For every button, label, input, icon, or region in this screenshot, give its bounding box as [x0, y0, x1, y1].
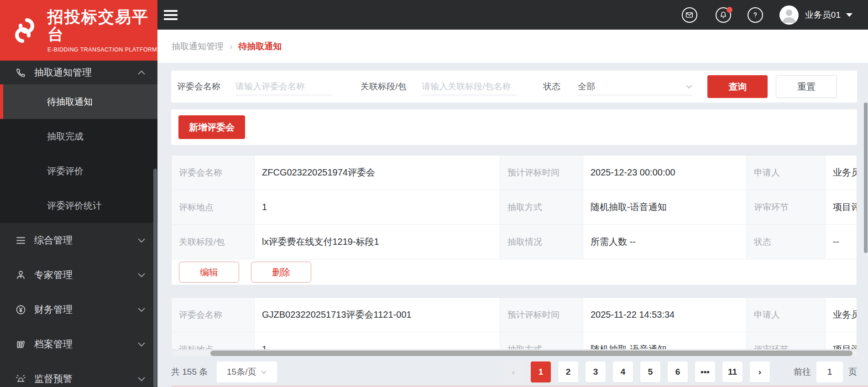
content: 抽取通知管理 › 待抽取通知 评委会名称 关联标段/包 状态 全部 查询 重置	[157, 30, 868, 387]
brand-text: 招投标交易平台 E-BIDDING TRANSACTION PLATFORM	[47, 8, 157, 53]
sidebar-item-label: 综合管理	[34, 234, 73, 247]
field-value: 2025-11-22 14:53:34	[583, 298, 747, 332]
record-row: 评委会名称 ZFCG023220251974评委会 预计评标时间 2025-12…	[172, 155, 857, 190]
topbar: 业务员01	[157, 0, 868, 30]
sidebar-item-pending-extraction[interactable]: 待抽取通知	[0, 84, 157, 119]
sidebar-item-general-mgmt[interactable]: 综合管理	[0, 223, 157, 258]
field-value: 1	[255, 190, 500, 224]
field-value: 项目评审	[826, 332, 857, 350]
status-label: 状态	[543, 81, 560, 93]
hamburger-menu-icon[interactable]	[164, 8, 178, 22]
chevron-down-icon	[137, 273, 146, 278]
sidebar-item-supervision-warning[interactable]: 监督预警	[0, 361, 157, 387]
page-button[interactable]: 3	[586, 361, 606, 382]
record-actions: 编辑 删除	[172, 259, 857, 285]
field-value: --	[826, 225, 857, 259]
search-button[interactable]: 查询	[707, 75, 768, 98]
field-label: 申请人	[747, 298, 826, 332]
breadcrumb-separator: ›	[230, 41, 232, 52]
total-count: 共 155 条	[171, 366, 208, 378]
record-row: 评委会名称 GJZB023220251713评委会1121-001 预计评标时间…	[172, 298, 857, 332]
section-input[interactable]	[422, 78, 517, 95]
goto-page-input[interactable]	[816, 361, 843, 382]
field-value: 随机抽取-语音通知	[583, 190, 747, 224]
filter-panel: 评委会名称 关联标段/包 状态 全部 查询 重置	[171, 71, 857, 103]
field-label: 抽取方式	[500, 190, 583, 224]
chevron-down-icon	[137, 377, 146, 382]
page-ellipsis-button[interactable]: •••	[695, 361, 715, 382]
add-committee-button[interactable]: 新增评委会	[178, 115, 245, 139]
section-label: 关联标段/包	[361, 81, 406, 93]
archive-books-icon	[16, 339, 26, 350]
field-label: 评标地点	[172, 332, 255, 350]
committee-name-input[interactable]	[235, 78, 332, 95]
field-value: 1	[255, 332, 500, 350]
alarm-icon	[16, 374, 26, 384]
record-card: 评委会名称 GJZB023220251713评委会1121-001 预计评标时间…	[171, 297, 857, 350]
finance-yen-icon	[16, 304, 26, 315]
pagination: 共 155 条 15条/页 ‹ 1 2 3 4 5 6 ••• 11 › 前往	[171, 359, 857, 385]
vertical-scrollbar[interactable]	[864, 30, 868, 387]
sidebar-scrollbar[interactable]	[153, 169, 157, 387]
page-button[interactable]: 1	[531, 361, 551, 382]
page-size-select[interactable]: 15条/页	[217, 361, 277, 382]
sidebar-item-extraction-done[interactable]: 抽取完成	[0, 119, 157, 154]
sidebar-item-archive-mgmt[interactable]: 档案管理	[0, 327, 157, 361]
brand-title: 招投标交易平台	[47, 8, 157, 43]
record-row: 关联标段/包 lx评委费在线支付1219-标段1 抽取情况 所需人数 -- 状态…	[172, 225, 857, 259]
field-value: GJZB023220251713评委会1121-001	[255, 298, 500, 332]
page-button[interactable]: 5	[640, 361, 660, 382]
page-button[interactable]: 6	[668, 361, 688, 382]
sidebar-item-label: 抽取通知管理	[34, 66, 92, 79]
horizontal-scrollbar-thumb[interactable]	[210, 351, 852, 356]
sidebar-item-label: 监督预警	[34, 372, 73, 385]
sidebar-item-extraction-notice-mgmt[interactable]: 抽取通知管理	[0, 61, 157, 84]
user-dropdown-caret-icon[interactable]	[846, 13, 852, 17]
reset-button[interactable]: 重置	[776, 75, 837, 98]
vertical-scrollbar-thumb[interactable]	[864, 103, 868, 253]
username[interactable]: 业务员01	[805, 9, 841, 21]
sidebar-item-finance-mgmt[interactable]: 财务管理	[0, 292, 157, 327]
sidebar-item-label: 档案管理	[34, 338, 73, 351]
sidebar-item-judge-evaluation[interactable]: 评委评价	[0, 154, 157, 188]
field-value: lx评委费在线支付1219-标段1	[255, 225, 500, 259]
main-area: 业务员01 抽取通知管理 › 待抽取通知 评委会名称 关联标段/包 状态 全部	[157, 0, 868, 387]
goto-label: 前往	[794, 366, 811, 378]
avatar[interactable]	[779, 5, 799, 25]
horizontal-scrollbar[interactable]	[171, 351, 857, 356]
page-button[interactable]: 11	[722, 361, 743, 382]
status-select[interactable]: 全部	[578, 78, 693, 95]
toolbar: 新增评委会	[171, 109, 857, 145]
mail-icon[interactable]	[682, 7, 697, 23]
expert-person-icon	[16, 270, 26, 280]
bell-icon[interactable]	[716, 7, 731, 23]
page-button[interactable]: 4	[613, 361, 633, 382]
field-label: 抽取方式	[500, 332, 583, 350]
sidebar-item-expert-mgmt[interactable]: 专家管理	[0, 258, 157, 292]
field-value: 2025-12-23 00:00:00	[583, 155, 747, 190]
sidebar-item-judge-evaluation-stats[interactable]: 评委评价统计	[0, 188, 157, 223]
page-button[interactable]: 2	[558, 361, 578, 382]
chevron-down-icon	[137, 307, 146, 312]
goto-unit: 页	[848, 366, 857, 378]
next-page-button[interactable]: ›	[750, 361, 770, 382]
sidebar-item-label: 专家管理	[34, 268, 73, 281]
record-card: 评委会名称 ZFCG023220251974评委会 预计评标时间 2025-12…	[171, 155, 857, 285]
edit-button[interactable]: 编辑	[179, 262, 239, 283]
field-label: 评委会名称	[172, 298, 255, 332]
field-value: ZFCG023220251974评委会	[255, 155, 500, 190]
chevron-down-icon	[137, 238, 146, 243]
field-label: 申请人	[747, 155, 826, 190]
phone-icon	[16, 67, 26, 78]
clipped-footer-edge	[171, 385, 868, 387]
delete-button[interactable]: 删除	[251, 262, 311, 283]
notification-dot	[727, 7, 732, 13]
help-icon[interactable]	[748, 7, 763, 23]
record-row: 评标地点 1 抽取方式 随机抽取-语音通知 评审环节 项目评审	[172, 190, 857, 225]
chevron-up-icon	[137, 70, 146, 75]
breadcrumb-parent[interactable]: 抽取通知管理	[172, 41, 224, 52]
breadcrumb: 抽取通知管理 › 待抽取通知	[157, 30, 868, 63]
record-row: 评标地点 1 抽取方式 随机抽取-语音通知 评审环节 项目评审	[172, 332, 857, 350]
field-label: 预计评标时间	[500, 155, 583, 190]
prev-page-button[interactable]: ‹	[503, 361, 523, 382]
